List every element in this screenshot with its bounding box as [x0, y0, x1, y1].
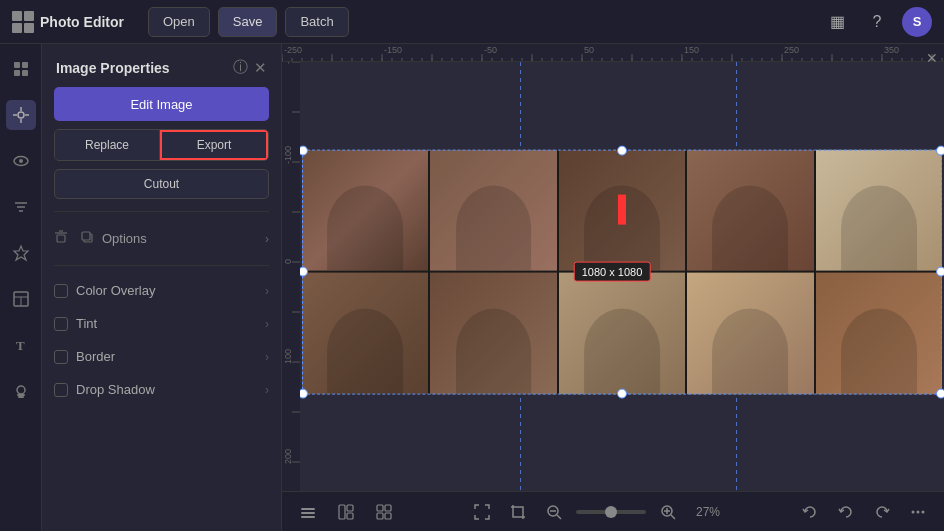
canvas-close-icon[interactable]: ✕ — [926, 50, 938, 66]
drop-shadow-chevron: › — [265, 383, 269, 397]
photo-cell-3 — [559, 149, 685, 271]
svg-rect-3 — [22, 70, 28, 76]
redo-icon[interactable] — [868, 498, 896, 526]
svg-rect-25 — [82, 232, 90, 240]
options-label: Options — [102, 231, 257, 246]
replace-button[interactable]: Replace — [55, 130, 160, 160]
svg-rect-2 — [14, 70, 20, 76]
copy-icon[interactable] — [80, 230, 94, 247]
batch-button[interactable]: Batch — [285, 7, 348, 37]
nav-text[interactable]: T — [6, 330, 36, 360]
crop-icon[interactable] — [504, 498, 532, 526]
main-layout: T Image Properties ⓘ ✕ Edit Image Replac… — [0, 44, 944, 531]
svg-rect-35 — [385, 513, 391, 519]
border-label: Border — [76, 349, 257, 364]
nav-adjust[interactable] — [6, 100, 36, 130]
bottom-toolbar: 27% — [282, 491, 944, 531]
nav-layout[interactable] — [6, 284, 36, 314]
svg-rect-34 — [377, 513, 383, 519]
app-title: Photo Editor — [40, 14, 124, 30]
cutout-button[interactable]: Cutout — [54, 169, 269, 199]
svg-point-44 — [917, 510, 920, 513]
red-marker — [618, 195, 626, 225]
tint-label: Tint — [76, 316, 257, 331]
photo-grid — [302, 149, 942, 394]
close-icon[interactable]: ✕ — [254, 59, 267, 77]
toolbar-left — [294, 498, 398, 526]
options-row[interactable]: Options › — [54, 224, 269, 253]
layers-bottom-icon[interactable] — [294, 498, 322, 526]
help-icon[interactable]: ? — [862, 7, 892, 37]
svg-point-4 — [18, 112, 24, 118]
zoom-slider-thumb — [605, 506, 617, 518]
edit-image-button[interactable]: Edit Image — [54, 87, 269, 121]
undo-alt-icon[interactable] — [796, 498, 824, 526]
info-icon[interactable]: ⓘ — [233, 58, 248, 77]
svg-point-18 — [17, 386, 25, 394]
more-icon[interactable] — [904, 498, 932, 526]
photo-cell-5 — [816, 149, 942, 271]
canvas-with-ruler: 1080 x 1080 — [282, 62, 944, 491]
export-button[interactable]: Export — [160, 130, 268, 160]
collage-container[interactable]: 1080 x 1080 — [302, 149, 942, 394]
svg-line-40 — [671, 515, 675, 519]
color-overlay-chevron: › — [265, 284, 269, 298]
topbar-actions: Open Save Batch — [148, 7, 349, 37]
svg-rect-31 — [347, 513, 353, 519]
svg-point-43 — [912, 510, 915, 513]
save-button[interactable]: Save — [218, 7, 278, 37]
svg-point-45 — [922, 510, 925, 513]
open-button[interactable]: Open — [148, 7, 210, 37]
photo-cell-6 — [302, 273, 428, 395]
border-row[interactable]: Border › — [54, 344, 269, 369]
fit-to-screen-icon[interactable] — [468, 498, 496, 526]
toolbar-right — [796, 498, 932, 526]
icon-nav: T — [0, 44, 42, 531]
panel-body: Edit Image Replace Export Cutout — [42, 87, 281, 414]
nav-layers[interactable] — [6, 54, 36, 84]
nav-eye[interactable] — [6, 146, 36, 176]
tint-checkbox[interactable] — [54, 317, 68, 331]
grid-view-icon[interactable] — [370, 498, 398, 526]
svg-rect-32 — [377, 505, 383, 511]
canvas-viewport[interactable]: 1080 x 1080 — [300, 62, 944, 491]
zoom-slider[interactable] — [576, 510, 646, 514]
layout-grid-icon[interactable] — [332, 498, 360, 526]
ruler-horizontal — [282, 44, 944, 62]
nav-stamp[interactable] — [6, 376, 36, 406]
border-chevron: › — [265, 350, 269, 364]
replace-export-row: Replace Export — [54, 129, 269, 161]
tint-row[interactable]: Tint › — [54, 311, 269, 336]
photo-cell-1 — [302, 149, 428, 271]
photo-cell-4 — [687, 149, 813, 271]
svg-rect-1 — [22, 62, 28, 68]
svg-point-10 — [19, 159, 23, 163]
tint-chevron: › — [265, 317, 269, 331]
options-chevron: › — [265, 232, 269, 246]
color-overlay-checkbox[interactable] — [54, 284, 68, 298]
drop-shadow-row[interactable]: Drop Shadow › — [54, 377, 269, 402]
logo-icon — [12, 11, 34, 33]
photo-cell-9 — [687, 273, 813, 395]
svg-rect-0 — [14, 62, 20, 68]
svg-rect-28 — [301, 516, 315, 518]
svg-rect-26 — [301, 508, 315, 510]
photo-cell-7 — [430, 273, 556, 395]
chat-icon[interactable]: ▦ — [822, 7, 852, 37]
color-overlay-row[interactable]: Color Overlay › — [54, 278, 269, 303]
avatar[interactable]: S — [902, 7, 932, 37]
undo-icon[interactable] — [832, 498, 860, 526]
svg-rect-20 — [18, 396, 24, 398]
photo-cell-8 — [559, 273, 685, 395]
canvas-area: ✕ — [282, 44, 944, 531]
nav-effects[interactable] — [6, 238, 36, 268]
border-checkbox[interactable] — [54, 350, 68, 364]
topbar: Photo Editor Open Save Batch ▦ ? S — [0, 0, 944, 44]
drop-shadow-checkbox[interactable] — [54, 383, 68, 397]
trash-icon[interactable] — [54, 230, 68, 247]
zoom-out-icon[interactable] — [540, 498, 568, 526]
svg-rect-21 — [57, 235, 65, 242]
nav-filter[interactable] — [6, 192, 36, 222]
properties-panel: Image Properties ⓘ ✕ Edit Image Replace … — [42, 44, 282, 531]
zoom-in-icon[interactable] — [654, 498, 682, 526]
